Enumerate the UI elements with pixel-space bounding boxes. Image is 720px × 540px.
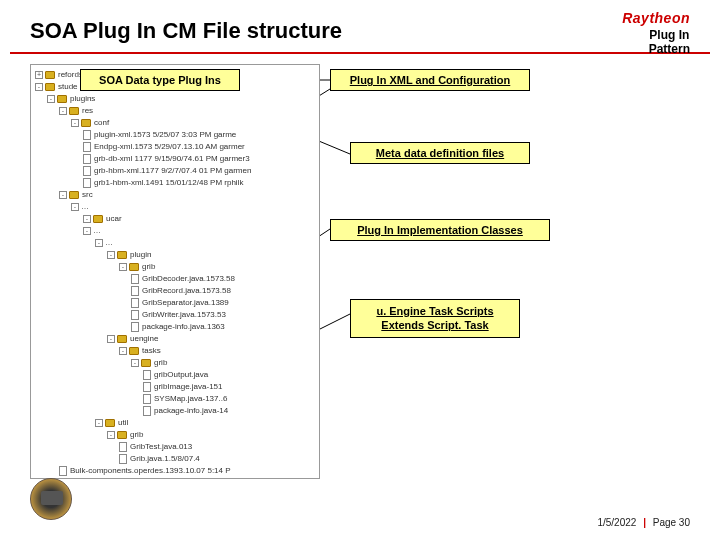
folder-icon: [117, 431, 127, 439]
folder-icon: [69, 107, 79, 115]
page-title: SOA Plug In CM File structure: [30, 18, 690, 44]
file-icon: [131, 274, 139, 284]
folder-icon: [129, 263, 139, 271]
callout-data-type: SOA Data type Plug Ins: [80, 69, 240, 91]
brand-logo: Raytheon: [622, 10, 690, 26]
footer-date: 1/5/2022: [597, 517, 636, 528]
file-icon: [59, 478, 67, 479]
callout-xml-config: Plug In XML and Configuration: [330, 69, 530, 91]
file-icon: [59, 466, 67, 476]
file-icon: [131, 298, 139, 308]
callout-uengine: u. Engine Task Scripts Extends Script. T…: [350, 299, 520, 338]
file-icon: [143, 370, 151, 380]
file-icon: [131, 286, 139, 296]
callout-impl: Plug In Implementation Classes: [330, 219, 550, 241]
folder-icon: [81, 119, 91, 127]
folder-icon: [117, 335, 127, 343]
file-icon: [83, 178, 91, 188]
file-icon: [143, 394, 151, 404]
folder-icon: [93, 215, 103, 223]
folder-icon: [45, 83, 55, 91]
file-icon: [119, 454, 127, 464]
file-icon: [119, 442, 127, 452]
file-icon: [83, 130, 91, 140]
folder-icon: [105, 419, 115, 427]
callout-meta: Meta data definition files: [350, 142, 530, 164]
file-icon: [83, 154, 91, 164]
folder-icon: [129, 347, 139, 355]
footer: 1/5/2022 | Page 30: [597, 517, 690, 528]
file-icon: [83, 142, 91, 152]
folder-icon: [57, 95, 67, 103]
folder-icon: [141, 359, 151, 367]
content-area: +refordsm -stude rm -plugins -res -conf …: [0, 54, 720, 494]
file-icon: [131, 322, 139, 332]
pattern-label: Plug In Pattern: [649, 28, 690, 57]
file-icon: [143, 406, 151, 416]
file-tree: +refordsm -stude rm -plugins -res -conf …: [30, 64, 320, 479]
seal-logo: [30, 478, 72, 520]
folder-icon: [45, 71, 55, 79]
file-icon: [131, 310, 139, 320]
footer-page: Page 30: [653, 517, 690, 528]
file-icon: [143, 382, 151, 392]
folder-icon: [69, 191, 79, 199]
file-icon: [83, 166, 91, 176]
folder-icon: [117, 251, 127, 259]
